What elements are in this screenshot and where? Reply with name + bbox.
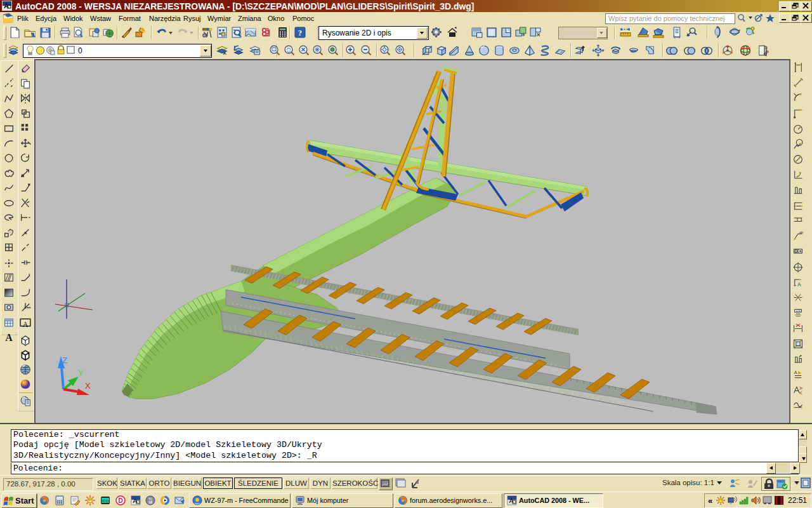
svg-text:A: A [23,320,29,329]
svg-text:D: D [118,497,122,504]
svg-text:Z: Z [62,356,67,365]
svg-text:A: A [797,281,801,288]
svg-text:0: 0 [765,46,768,50]
svg-text:18: 18 [148,500,152,504]
svg-text:X: X [85,381,91,391]
svg-text:Y: Y [78,368,84,378]
svg-text:?: ? [298,29,302,37]
svg-text:A: A [794,370,797,375]
svg-text:ab: ab [799,231,803,234]
svg-text:A: A [5,332,13,343]
svg-text:ICO: ICO [102,499,109,503]
svg-text:1.5: 1.5 [796,309,801,312]
